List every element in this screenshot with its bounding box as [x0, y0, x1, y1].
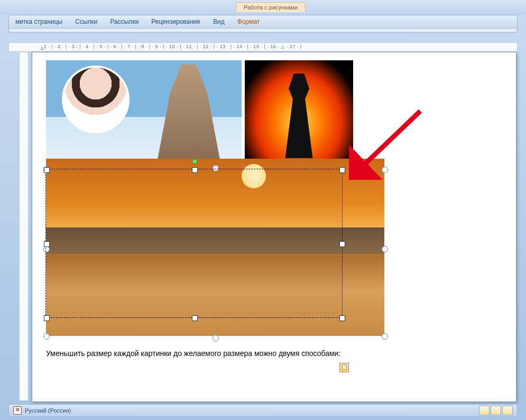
- ribbon-body: [8, 29, 518, 33]
- portrait-circle: [62, 66, 130, 133]
- proofing-errors-icon[interactable]: ✕: [13, 406, 22, 415]
- tab-format[interactable]: Формат: [237, 18, 260, 25]
- view-buttons: [479, 406, 513, 415]
- status-bar: ✕ Русский (Россия): [8, 404, 518, 417]
- selection-handle-br[interactable]: [382, 333, 388, 340]
- selection-handle-mr[interactable]: [382, 246, 388, 252]
- document-image-2[interactable]: [245, 60, 353, 163]
- ruler-ticks: · 1 · | · 2 · | · 3 · | · 4 · | · 5 · | …: [41, 44, 302, 49]
- selection-handle-bm[interactable]: [213, 335, 219, 341]
- tab-view[interactable]: Вид: [213, 18, 225, 25]
- horizontal-ruler[interactable]: ▵ · 1 · | · 2 · | · 3 · | · 4 · | · 5 · …: [8, 42, 518, 52]
- ribbon-tabs: метка страницы Ссылки Рассылки Рецензиро…: [8, 15, 518, 29]
- view-full-screen-button[interactable]: [491, 406, 501, 415]
- portrait-man: [152, 65, 226, 159]
- tab-page-layout[interactable]: метка страницы: [15, 18, 62, 25]
- crop-rectangle[interactable]: [46, 169, 342, 317]
- app-window: Работа с рисунками метка страницы Ссылки…: [0, 0, 526, 420]
- vertical-ruler[interactable]: [19, 52, 29, 401]
- status-language[interactable]: Русский (Россия): [25, 407, 71, 414]
- document-image-1[interactable]: [46, 60, 242, 163]
- document-text-line[interactable]: Уменьшить размер каждой картинки до жела…: [46, 349, 340, 358]
- tab-review[interactable]: Рецензирование: [151, 18, 200, 25]
- view-print-layout-button[interactable]: [479, 406, 490, 415]
- view-web-layout-button[interactable]: [502, 406, 513, 415]
- picture-tools-context-tab[interactable]: Работа с рисунками: [236, 2, 306, 12]
- tab-mailings[interactable]: Рассылки: [110, 18, 139, 25]
- selection-handle-bl[interactable]: [43, 333, 50, 340]
- tab-references[interactable]: Ссылки: [75, 18, 97, 25]
- title-bar: Работа с рисунками: [0, 0, 526, 15]
- selection-handle-tr[interactable]: [382, 167, 388, 173]
- paste-options-button[interactable]: 📋: [339, 363, 349, 372]
